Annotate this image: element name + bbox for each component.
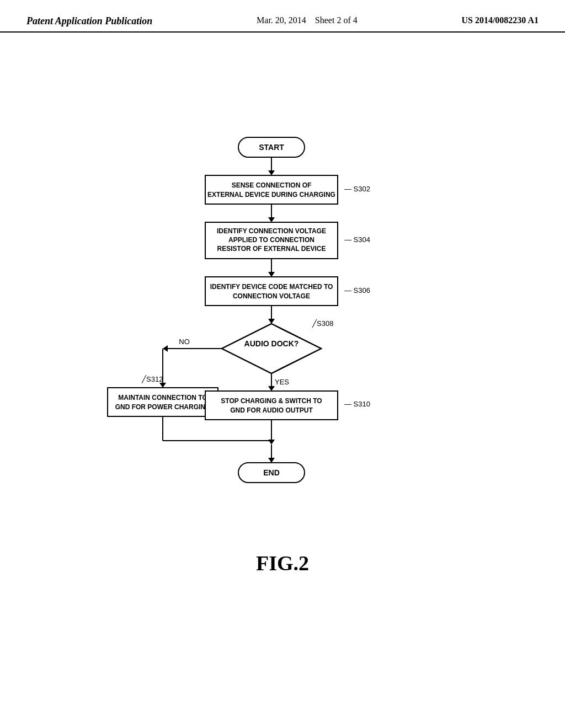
figure-caption: FIG.2 [256,551,309,575]
s302-line1: SENSE CONNECTION OF [232,181,312,189]
svg-marker-12 [222,324,321,373]
s306-line2: CONNECTION VOLTAGE [233,292,310,300]
s312-line1: MAINTAIN CONNECTION TO [118,394,207,402]
s306-line1: IDENTIFY DEVICE CODE MATCHED TO [210,283,333,291]
publication-label: Patent Application Publication [26,15,152,27]
page-header: Patent Application Publication Mar. 20, … [0,0,565,33]
svg-marker-5 [268,217,275,222]
start-label: START [259,143,284,152]
s304-line3: RESISTOR OF EXTERNAL DEVICE [217,245,326,253]
s302-line2: EXTERNAL DEVICE DURING CHARGING [207,191,335,199]
svg-rect-20 [205,391,338,420]
svg-rect-3 [205,175,338,204]
s302-ref: — S302 [344,185,370,193]
svg-marker-8 [268,272,275,277]
date-sheet-label: Mar. 20, 2014 Sheet 2 of 4 [257,15,358,25]
svg-rect-9 [205,277,338,306]
svg-marker-26 [268,458,275,463]
s308-ref: ╱S308 [312,319,333,328]
yes-label: YES [275,378,289,386]
patent-number-label: US 2014/0082230 A1 [461,15,539,25]
no-label: NO [179,338,190,346]
flowchart-svg: START SENSE CONNECTION OF EXTERNAL DEVIC… [89,132,476,518]
s304-ref: — S304 [344,235,370,244]
s304-line1: IDENTIFY CONNECTION VOLTAGE [217,227,326,235]
s312-ref: ╱S312 [141,374,163,384]
svg-marker-16 [159,383,166,388]
svg-marker-19 [268,386,275,391]
svg-marker-14 [163,345,168,352]
s304-line2: APPLIED TO CONNECTION [228,236,315,244]
svg-rect-17 [108,388,218,416]
s308-label: AUDIO DOCK? [244,339,299,348]
s310-line2: GND FOR AUDIO OUTPUT [230,406,313,414]
main-content: START SENSE CONNECTION OF EXTERNAL DEVIC… [0,33,565,575]
s306-ref: — S306 [344,286,370,295]
svg-marker-24 [268,440,275,445]
end-label: END [263,468,280,477]
svg-marker-2 [268,170,275,175]
s310-ref: — S310 [344,400,370,408]
s310-line1: STOP CHARGING & SWITCH TO [221,397,322,405]
flowchart-container: START SENSE CONNECTION OF EXTERNAL DEVIC… [89,132,476,518]
s312-line2: GND FOR POWER CHARGING [115,403,211,411]
